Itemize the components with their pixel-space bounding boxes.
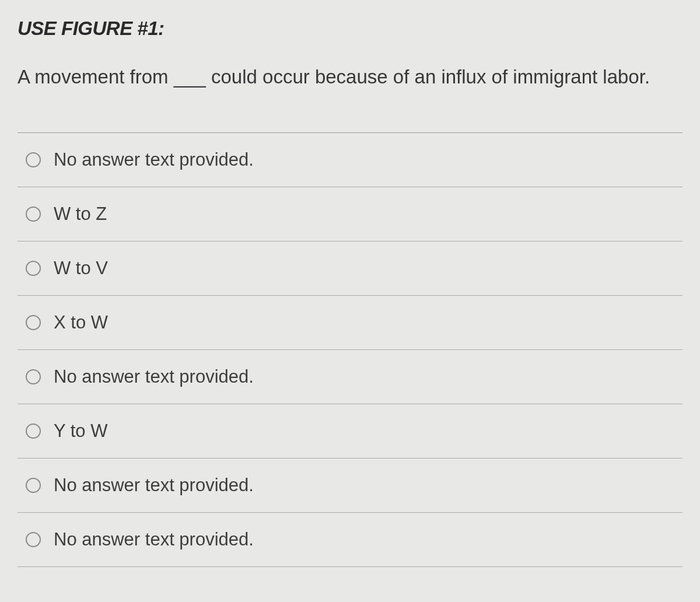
option-row[interactable]: Y to W <box>18 404 682 459</box>
option-row[interactable]: No answer text provided. <box>18 513 682 567</box>
option-label: X to W <box>54 312 108 333</box>
option-row[interactable]: X to W <box>18 296 682 350</box>
option-label: No answer text provided. <box>54 366 254 387</box>
question-figure-header: USE FIGURE #1: <box>18 18 682 40</box>
option-label: W to V <box>54 258 108 279</box>
radio-icon[interactable] <box>26 152 41 167</box>
radio-icon[interactable] <box>26 532 41 547</box>
option-row[interactable]: No answer text provided. <box>18 133 682 187</box>
radio-icon[interactable] <box>26 315 41 330</box>
option-label: W to Z <box>54 204 107 225</box>
radio-icon[interactable] <box>26 424 41 439</box>
option-label: Y to W <box>54 421 107 442</box>
option-label: No answer text provided. <box>54 475 254 496</box>
option-label: No answer text provided. <box>54 149 254 170</box>
option-row[interactable]: No answer text provided. <box>18 459 682 513</box>
radio-icon[interactable] <box>26 369 41 384</box>
option-label: No answer text provided. <box>54 529 254 550</box>
option-row[interactable]: W to Z <box>18 187 682 242</box>
radio-icon[interactable] <box>26 261 41 276</box>
options-list: No answer text provided. W to Z W to V X… <box>18 132 682 567</box>
option-row[interactable]: W to V <box>18 242 682 296</box>
radio-icon[interactable] <box>26 206 41 222</box>
option-row[interactable]: No answer text provided. <box>18 350 682 404</box>
question-text: A movement from ___ could occur because … <box>18 62 682 92</box>
radio-icon[interactable] <box>26 478 41 493</box>
